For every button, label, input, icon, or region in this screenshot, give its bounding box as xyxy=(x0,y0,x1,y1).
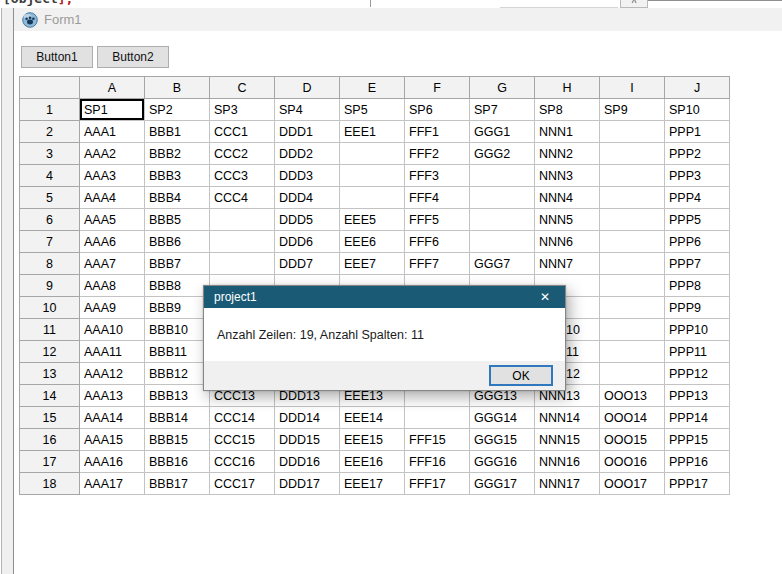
button2[interactable]: Button2 xyxy=(97,46,169,68)
grid-cell[interactable]: SP2 xyxy=(145,99,210,121)
grid-cell[interactable]: PPP5 xyxy=(665,209,730,231)
grid-cell[interactable]: BBB16 xyxy=(145,451,210,473)
grid-cell[interactable] xyxy=(600,165,665,187)
grid-cell[interactable]: BBB14 xyxy=(145,407,210,429)
row-header-15[interactable]: 15 xyxy=(20,407,80,429)
row-header-18[interactable]: 18 xyxy=(20,473,80,495)
grid-cell[interactable]: AAA2 xyxy=(80,143,145,165)
grid-cell[interactable]: SP9 xyxy=(600,99,665,121)
grid-cell[interactable] xyxy=(210,209,275,231)
grid-cell[interactable]: BBB8 xyxy=(145,275,210,297)
column-header-h[interactable]: H xyxy=(535,77,600,99)
column-header-a[interactable]: A xyxy=(80,77,145,99)
grid-cell[interactable]: GGG14 xyxy=(470,407,535,429)
grid-cell[interactable]: AAA9 xyxy=(80,297,145,319)
grid-cell[interactable]: EEE17 xyxy=(340,473,405,495)
grid-cell[interactable]: CCC15 xyxy=(210,429,275,451)
grid-cell[interactable]: CCC1 xyxy=(210,121,275,143)
grid-cell[interactable]: NNN2 xyxy=(535,143,600,165)
close-icon[interactable]: ✕ xyxy=(525,286,565,308)
grid-cell[interactable]: CCC16 xyxy=(210,451,275,473)
grid-cell[interactable]: FFF2 xyxy=(405,143,470,165)
grid-cell[interactable]: NNN4 xyxy=(535,187,600,209)
grid-cell[interactable] xyxy=(600,297,665,319)
grid-cell[interactable]: CCC2 xyxy=(210,143,275,165)
grid-cell[interactable] xyxy=(470,165,535,187)
grid-cell[interactable]: BBB3 xyxy=(145,165,210,187)
grid-cell[interactable]: EEE14 xyxy=(340,407,405,429)
grid-cell[interactable]: NNN15 xyxy=(535,429,600,451)
column-header-e[interactable]: E xyxy=(340,77,405,99)
grid-cell[interactable]: DDD1 xyxy=(275,121,340,143)
grid-cell[interactable]: BBB10 xyxy=(145,319,210,341)
row-header-11[interactable]: 11 xyxy=(20,319,80,341)
row-header-5[interactable]: 5 xyxy=(20,187,80,209)
row-header-16[interactable]: 16 xyxy=(20,429,80,451)
grid-cell[interactable]: AAA4 xyxy=(80,187,145,209)
grid-cell[interactable]: PPP3 xyxy=(665,165,730,187)
grid-cell[interactable] xyxy=(600,143,665,165)
grid-cell[interactable]: CCC14 xyxy=(210,407,275,429)
grid-cell[interactable]: GGG2 xyxy=(470,143,535,165)
grid-cell[interactable]: AAA8 xyxy=(80,275,145,297)
scrollbar-up-arrow[interactable]: ^ xyxy=(620,0,648,8)
grid-cell[interactable] xyxy=(600,121,665,143)
grid-cell[interactable]: AAA17 xyxy=(80,473,145,495)
grid-cell[interactable] xyxy=(600,319,665,341)
grid-cell[interactable]: BBB4 xyxy=(145,187,210,209)
grid-cell[interactable]: SP3 xyxy=(210,99,275,121)
grid-cell[interactable]: NNN16 xyxy=(535,451,600,473)
grid-cell[interactable]: OOO17 xyxy=(600,473,665,495)
grid-cell[interactable]: BBB9 xyxy=(145,297,210,319)
grid-cell[interactable]: CCC3 xyxy=(210,165,275,187)
column-header-j[interactable]: J xyxy=(665,77,730,99)
grid-cell[interactable]: GGG15 xyxy=(470,429,535,451)
grid-cell[interactable]: BBB15 xyxy=(145,429,210,451)
row-header-2[interactable]: 2 xyxy=(20,121,80,143)
row-header-7[interactable]: 7 xyxy=(20,231,80,253)
grid-cell[interactable]: AAA16 xyxy=(80,451,145,473)
grid-cell[interactable]: AAA14 xyxy=(80,407,145,429)
grid-cell[interactable]: GGG17 xyxy=(470,473,535,495)
grid-cell[interactable]: PPP13 xyxy=(665,385,730,407)
ok-button[interactable]: OK xyxy=(489,365,553,386)
grid-cell[interactable]: GGG16 xyxy=(470,451,535,473)
grid-cell[interactable]: PPP15 xyxy=(665,429,730,451)
grid-cell[interactable]: PPP12 xyxy=(665,363,730,385)
grid-cell[interactable] xyxy=(210,231,275,253)
grid-cell[interactable]: OOO14 xyxy=(600,407,665,429)
column-header-i[interactable]: I xyxy=(600,77,665,99)
grid-cell[interactable] xyxy=(340,165,405,187)
grid-cell[interactable]: SP4 xyxy=(275,99,340,121)
column-header-g[interactable]: G xyxy=(470,77,535,99)
button1[interactable]: Button1 xyxy=(21,46,93,68)
grid-cell[interactable]: FFF15 xyxy=(405,429,470,451)
grid-cell[interactable]: BBB7 xyxy=(145,253,210,275)
grid-cell[interactable]: NNN3 xyxy=(535,165,600,187)
grid-cell[interactable]: NNN14 xyxy=(535,407,600,429)
grid-cell[interactable] xyxy=(600,341,665,363)
grid-cell[interactable]: FFF4 xyxy=(405,187,470,209)
grid-cell[interactable]: PPP16 xyxy=(665,451,730,473)
grid-cell[interactable]: PPP9 xyxy=(665,297,730,319)
row-header-8[interactable]: 8 xyxy=(20,253,80,275)
grid-cell[interactable]: BBB5 xyxy=(145,209,210,231)
grid-cell[interactable]: NNN6 xyxy=(535,231,600,253)
grid-cell[interactable]: OOO16 xyxy=(600,451,665,473)
grid-cell[interactable] xyxy=(600,231,665,253)
grid-cell[interactable]: PPP4 xyxy=(665,187,730,209)
row-header-13[interactable]: 13 xyxy=(20,363,80,385)
grid-cell[interactable]: FFF17 xyxy=(405,473,470,495)
grid-cell[interactable]: BBB1 xyxy=(145,121,210,143)
grid-cell[interactable]: AAA13 xyxy=(80,385,145,407)
grid-cell[interactable]: DDD5 xyxy=(275,209,340,231)
grid-cell[interactable]: SP8 xyxy=(535,99,600,121)
grid-cell[interactable]: CCC17 xyxy=(210,473,275,495)
grid-cell[interactable]: NNN1 xyxy=(535,121,600,143)
column-header-b[interactable]: B xyxy=(145,77,210,99)
grid-cell[interactable]: DDD3 xyxy=(275,165,340,187)
grid-cell[interactable]: BBB2 xyxy=(145,143,210,165)
row-header-9[interactable]: 9 xyxy=(20,275,80,297)
grid-cell[interactable]: DDD2 xyxy=(275,143,340,165)
grid-cell[interactable]: AAA6 xyxy=(80,231,145,253)
